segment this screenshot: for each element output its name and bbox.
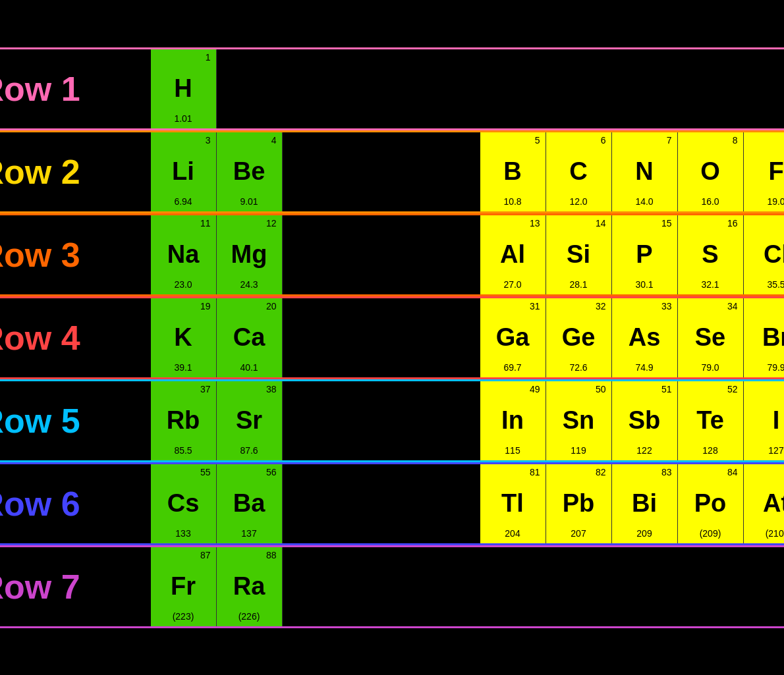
atomic-mass: 69.7	[503, 362, 521, 373]
element-symbol: Fr	[171, 574, 196, 599]
element-symbol: I	[773, 408, 780, 433]
atomic-mass: 10.8	[503, 196, 521, 207]
atomic-mass: 9.01	[240, 196, 258, 207]
element-Fr: 87Fr(223)	[151, 547, 217, 626]
atomic-mass: 207	[571, 528, 586, 539]
row-5-label: Row 5	[0, 379, 151, 462]
atomic-mass: 14.0	[635, 196, 653, 207]
element-symbol: In	[501, 408, 524, 433]
element-symbol: P	[636, 242, 652, 267]
spacer-block	[283, 547, 785, 626]
element-symbol: Sn	[563, 408, 595, 433]
atomic-mass: 19.0	[767, 196, 784, 207]
element-H: 1H1.01	[151, 49, 217, 128]
atomic-number: 12	[266, 218, 281, 229]
element-Sr: 38Sr87.6	[217, 381, 283, 460]
row-7: Row 787Fr(223)88Ra(226)	[0, 545, 784, 628]
element-symbol: Bi	[632, 491, 657, 516]
periodic-table: Row 11H1.012He4.00Row 23Li6.944Be9.015B1…	[0, 41, 784, 635]
atomic-number: 15	[661, 218, 676, 229]
atomic-mass: 39.1	[174, 362, 192, 373]
element-C: 6C12.0	[546, 132, 612, 211]
atomic-mass: 72.6	[569, 362, 587, 373]
spacer-block	[283, 132, 480, 211]
element-Ga: 31Ga69.7	[480, 298, 546, 377]
element-In: 49In115	[480, 381, 546, 460]
element-O: 8O16.0	[678, 132, 744, 211]
element-symbol: Pb	[563, 491, 595, 516]
element-symbol: Na	[167, 242, 200, 267]
element-S: 16S32.1	[678, 215, 744, 294]
atomic-number: 34	[727, 301, 742, 312]
atomic-mass: 6.94	[174, 196, 192, 207]
element-symbol: F	[768, 159, 783, 184]
spacer-block	[283, 215, 480, 294]
element-At: 85At(210)	[744, 464, 785, 543]
atomic-number: 84	[727, 467, 742, 478]
element-Si: 14Si28.1	[546, 215, 612, 294]
atomic-number: 33	[661, 301, 676, 312]
element-N: 7N14.0	[612, 132, 678, 211]
element-Te: 52Te128	[678, 381, 744, 460]
atomic-mass: 79.0	[701, 362, 719, 373]
element-symbol: Al	[500, 242, 525, 267]
atomic-mass: 133	[175, 528, 190, 539]
atomic-number: 13	[530, 218, 544, 229]
element-symbol: C	[569, 159, 587, 184]
atomic-number: 87	[200, 550, 215, 561]
atomic-mass: 1.01	[174, 113, 192, 124]
atomic-mass: 115	[505, 445, 520, 456]
atomic-number: 7	[667, 135, 676, 146]
atomic-mass: 28.1	[569, 279, 587, 290]
atomic-mass: (226)	[238, 611, 260, 622]
element-symbol: Tl	[501, 491, 524, 516]
element-I: 53I127	[744, 381, 785, 460]
atomic-mass: 30.1	[635, 279, 653, 290]
spacer-block	[283, 381, 480, 460]
atomic-number: 5	[535, 135, 544, 146]
row-6-label: Row 6	[0, 462, 151, 545]
row-5: Row 537Rb85.538Sr87.649In11550Sn11951Sb1…	[0, 379, 784, 462]
element-P: 15P30.1	[612, 215, 678, 294]
row-3-label: Row 3	[0, 213, 151, 296]
element-Sn: 50Sn119	[546, 381, 612, 460]
atomic-mass: 122	[636, 445, 652, 456]
element-symbol: Po	[694, 491, 727, 516]
atomic-mass: 85.5	[174, 445, 192, 456]
atomic-number: 31	[530, 301, 544, 312]
atomic-number: 37	[200, 384, 215, 395]
atomic-number: 50	[596, 384, 610, 395]
atomic-number: 55	[200, 467, 215, 478]
element-Na: 11Na23.0	[151, 215, 217, 294]
row-2: Row 23Li6.944Be9.015B10.86C12.07N14.08O1…	[0, 130, 784, 213]
atomic-number: 19	[200, 301, 215, 312]
element-Po: 84Po(209)	[678, 464, 744, 543]
atomic-mass: 16.0	[701, 196, 719, 207]
atomic-number: 83	[661, 467, 676, 478]
element-Ge: 32Ge72.6	[546, 298, 612, 377]
element-symbol: S	[702, 242, 718, 267]
element-symbol: Te	[696, 408, 724, 433]
element-Sb: 51Sb122	[612, 381, 678, 460]
element-As: 33As74.9	[612, 298, 678, 377]
row-4: Row 419K39.120Ca40.131Ga69.732Ge72.633As…	[0, 296, 784, 379]
atomic-number: 82	[596, 467, 610, 478]
element-Li: 3Li6.94	[151, 132, 217, 211]
element-K: 19K39.1	[151, 298, 217, 377]
element-symbol: B	[503, 159, 521, 184]
element-symbol: At	[763, 491, 784, 516]
element-Ba: 56Ba137	[217, 464, 283, 543]
element-B: 5B10.8	[480, 132, 546, 211]
atomic-mass: 204	[505, 528, 520, 539]
element-symbol: Cl	[764, 242, 784, 267]
element-Be: 4Be9.01	[217, 132, 283, 211]
atomic-mass: 137	[241, 528, 256, 539]
atomic-number: 1	[206, 52, 215, 63]
element-Mg: 12Mg24.3	[217, 215, 283, 294]
atomic-mass: 119	[571, 445, 586, 456]
atomic-number: 8	[733, 135, 742, 146]
atomic-mass: (210)	[766, 528, 784, 539]
atomic-mass: 23.0	[174, 279, 192, 290]
element-symbol: Br	[762, 325, 784, 350]
element-Cl: 17Cl35.5	[744, 215, 785, 294]
